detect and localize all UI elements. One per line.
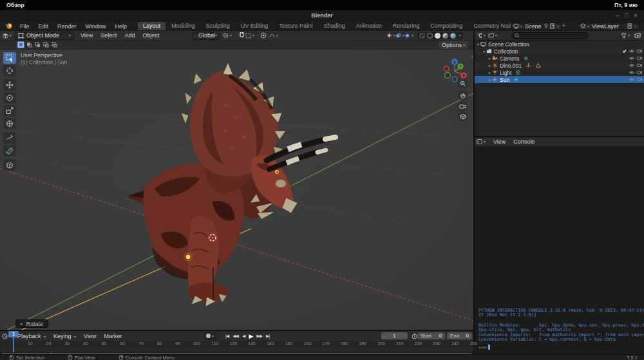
tool-transform[interactable]: [3, 118, 16, 129]
outliner-row-collection[interactable]: ▾Collection: [475, 48, 644, 55]
operator-redo-panel[interactable]: ▸ Rotate: [15, 319, 48, 328]
activities-button[interactable]: Обзор: [6, 2, 24, 8]
camera-render-toggle[interactable]: [636, 62, 643, 68]
close-button[interactable]: ×: [631, 12, 640, 19]
outliner-row-sun[interactable]: ▸Sun: [475, 76, 644, 83]
jump-to-end-button[interactable]: ▶|: [264, 334, 271, 339]
show-overlays-button[interactable]: ▾: [395, 32, 404, 39]
menu-window[interactable]: Window: [81, 23, 111, 30]
sidebar-toggle-tab[interactable]: ‹: [471, 53, 473, 60]
xray-toggle[interactable]: ▾: [404, 32, 413, 39]
camera-render-toggle[interactable]: [636, 55, 643, 61]
select-mode-extend-button[interactable]: [25, 41, 33, 48]
axis-y-neg-handle[interactable]: [445, 73, 451, 79]
viewport-menu-select[interactable]: Select: [97, 32, 120, 39]
viewport-menu-view[interactable]: View: [77, 32, 97, 39]
menu-file[interactable]: File: [15, 23, 34, 30]
current-frame-field[interactable]: 1: [381, 332, 408, 339]
snap-toggle[interactable]: [237, 32, 246, 39]
timeline-menu-view[interactable]: View: [80, 333, 100, 339]
next-keyframe-button[interactable]: ▶▶: [254, 334, 264, 339]
blender-logo-icon[interactable]: [5, 23, 13, 30]
tool-annotate[interactable]: [3, 132, 16, 144]
editor-type-button[interactable]: ▾: [3, 32, 12, 39]
python-console[interactable]: PYTHON INTERACTIVE CONSOLE 3.10.9 (main,…: [473, 146, 644, 354]
timeline-track[interactable]: [0, 348, 473, 352]
console-menu-view[interactable]: View: [489, 138, 509, 145]
frame-start-field[interactable]: Start0: [417, 332, 445, 339]
shading-material-button[interactable]: [442, 33, 448, 39]
outliner-display-mode[interactable]: ▾: [477, 32, 486, 39]
scene-selector[interactable]: ▾ Scene ×: [511, 23, 562, 30]
menu-edit[interactable]: Edit: [34, 23, 53, 30]
camera-render-toggle[interactable]: [636, 77, 643, 82]
outliner-search-input[interactable]: [511, 32, 589, 39]
navigation-gizmo[interactable]: Z Y X: [438, 47, 473, 82]
shading-solid-button[interactable]: [435, 33, 440, 39]
tool-measure[interactable]: [3, 145, 16, 156]
select-mode-intersect-button[interactable]: [50, 41, 58, 48]
disclosure-icon[interactable]: ▸: [489, 63, 491, 68]
play-reverse-button[interactable]: ◀: [240, 334, 247, 339]
timeline-menu-playback[interactable]: Playback ▾: [14, 333, 50, 339]
eye-toggle[interactable]: [629, 70, 635, 75]
jump-to-start-button[interactable]: |◀: [223, 334, 231, 339]
snap-settings-button[interactable]: ▾: [245, 32, 254, 39]
shading-wireframe-button[interactable]: [427, 33, 433, 39]
pan-view-button[interactable]: [458, 90, 468, 100]
frame-end-field[interactable]: End0: [447, 332, 472, 339]
menu-help[interactable]: Help: [111, 23, 132, 30]
tool-add-cube[interactable]: [3, 159, 16, 171]
tool-cursor[interactable]: [3, 65, 16, 77]
maximize-button[interactable]: □: [622, 12, 631, 19]
transform-orientation-selector[interactable]: Global ▾: [192, 32, 220, 40]
workspace-tab-modeling[interactable]: Modeling: [166, 22, 200, 30]
viewport-3d[interactable]: Options▾ User Perspective (1) Collection…: [0, 41, 473, 330]
auto-keying-button[interactable]: ▾: [204, 332, 216, 340]
tool-scale[interactable]: [3, 105, 16, 117]
play-button[interactable]: ▶: [247, 333, 254, 339]
toggle-xray-icon[interactable]: [419, 33, 425, 39]
outliner-row-camera[interactable]: ▸Camera: [475, 55, 644, 62]
pivot-point-button[interactable]: ▾: [223, 32, 232, 39]
camera-render-toggle[interactable]: [636, 48, 643, 54]
console-menu-console[interactable]: Console: [509, 138, 538, 145]
disclosure-icon[interactable]: ▸: [489, 77, 491, 82]
workspace-tab-uv-editing[interactable]: UV Editing: [236, 22, 274, 30]
zoom-view-button[interactable]: [458, 79, 468, 89]
playhead[interactable]: 1: [8, 331, 19, 337]
console-prompt[interactable]: >>>: [478, 345, 490, 350]
shading-rendered-button[interactable]: [450, 33, 456, 39]
checkbox-toggle[interactable]: [621, 48, 627, 54]
camera-view-button[interactable]: [457, 101, 468, 111]
toggle-perspective-button[interactable]: [458, 111, 468, 122]
disclosure-icon[interactable]: ▸: [489, 70, 491, 75]
minimize-button[interactable]: –: [613, 12, 622, 19]
console-editor-type-button[interactable]: ▾: [477, 138, 486, 146]
view-layer-selector[interactable]: ▾ ViewLayer ×: [578, 23, 639, 30]
eye-toggle[interactable]: [629, 55, 635, 61]
show-gizmo-button[interactable]: ▾: [386, 32, 395, 39]
select-mode-invert-button[interactable]: [42, 41, 50, 48]
new-scene-icon[interactable]: [550, 23, 555, 29]
disclosure-icon[interactable]: ▸: [489, 56, 491, 61]
eye-toggle[interactable]: [629, 77, 635, 82]
workspace-tab-layout[interactable]: Layout: [138, 22, 166, 30]
axis-x-neg-handle[interactable]: [444, 66, 449, 71]
viewport-menu-add[interactable]: Add: [120, 32, 138, 39]
new-layer-icon[interactable]: [627, 23, 632, 29]
select-mode-set-button[interactable]: [17, 41, 24, 48]
tool-select-box[interactable]: [3, 52, 16, 64]
timeline-ruler[interactable]: 1020304050607080901001101201301401501601…: [0, 341, 473, 348]
outliner-new-collection-button[interactable]: [633, 32, 642, 39]
remove-layer-icon[interactable]: ×: [634, 23, 637, 30]
unlink-scene-icon[interactable]: ×: [556, 23, 560, 30]
workspace-tab-shading[interactable]: Shading: [319, 22, 350, 30]
mode-selector[interactable]: Object Mode ▾: [15, 32, 74, 40]
outliner-filter-button[interactable]: ▾: [621, 32, 630, 39]
proportional-edit-button[interactable]: [259, 32, 268, 39]
tool-move[interactable]: [3, 79, 16, 91]
tool-rotate[interactable]: [3, 92, 16, 104]
proportional-falloff-button[interactable]: ▾: [269, 32, 278, 39]
eye-toggle[interactable]: [629, 62, 635, 68]
